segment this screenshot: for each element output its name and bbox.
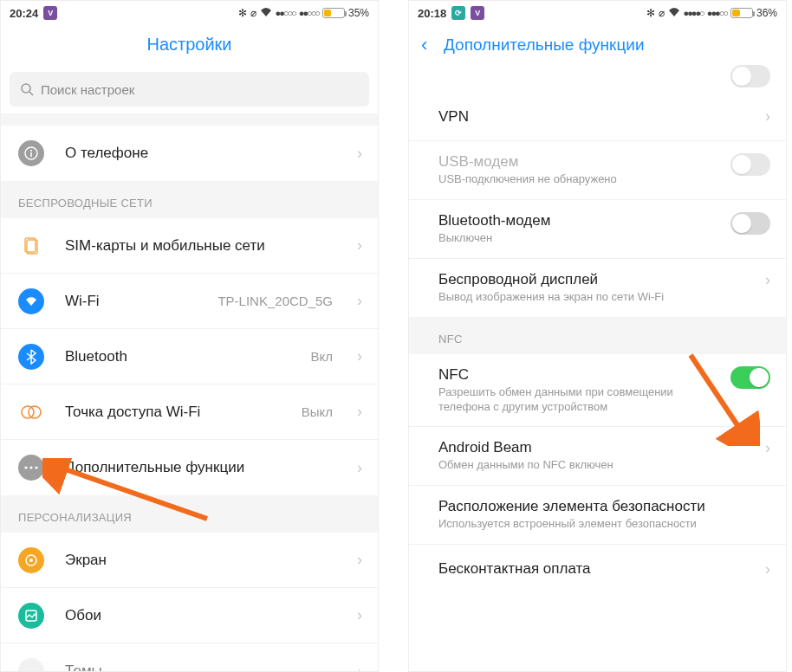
battery-icon bbox=[730, 8, 753, 18]
row-label: Бесконтактная оплата bbox=[438, 560, 744, 578]
themes-icon bbox=[18, 658, 44, 672]
status-time: 20:18 bbox=[418, 7, 446, 20]
chevron-right-icon: › bbox=[765, 560, 770, 578]
usb-modem-toggle[interactable] bbox=[730, 153, 770, 176]
row-label: Точка доступа Wi-Fi bbox=[65, 404, 281, 421]
chevron-right-icon: › bbox=[357, 292, 362, 310]
back-button[interactable]: ‹ bbox=[421, 34, 427, 56]
row-value: Выкл bbox=[302, 404, 333, 419]
vibrate-icon: ⌀ bbox=[659, 7, 665, 19]
svg-point-8 bbox=[29, 406, 41, 418]
wallpaper-icon bbox=[18, 603, 44, 629]
chevron-right-icon: › bbox=[357, 145, 362, 163]
row-label: Wi-Fi bbox=[65, 293, 197, 310]
row-subtitle: USB-подключения не обнаружено bbox=[438, 172, 710, 187]
usb-modem-row[interactable]: USB-модем USB-подключения не обнаружено bbox=[409, 141, 786, 200]
vpn-row[interactable]: VPN › bbox=[409, 93, 786, 141]
search-input[interactable]: Поиск настроек bbox=[10, 72, 369, 107]
wallpaper-row[interactable]: Обои › bbox=[1, 588, 378, 643]
themes-row[interactable]: Темы › bbox=[1, 643, 378, 672]
bluetooth-row[interactable]: Bluetooth Вкл › bbox=[1, 329, 378, 384]
hotspot-icon bbox=[18, 399, 44, 425]
row-label: VPN bbox=[438, 108, 744, 126]
row-label: О телефоне bbox=[65, 145, 336, 162]
additional-functions-screen: 20:18 ⟳ V ✻ ⌀ ●●●●○ ●●●○○ 36% ‹ Дополнит… bbox=[408, 0, 787, 672]
wifi-status-icon bbox=[668, 7, 680, 20]
chevron-right-icon: › bbox=[357, 606, 362, 624]
status-bar: 20:18 ⟳ V ✻ ⌀ ●●●●○ ●●●○○ 36% bbox=[409, 1, 786, 25]
sim-cards-row[interactable]: SIM-карты и мобильные сети › bbox=[1, 218, 378, 274]
svg-rect-4 bbox=[30, 152, 32, 157]
row-label: Беспроводной дисплей bbox=[438, 271, 744, 288]
screen-header: Настройки bbox=[1, 25, 378, 65]
bluetooth-status-icon: ✻ bbox=[238, 7, 247, 19]
app-badge-icon: ⟳ bbox=[451, 6, 465, 20]
display-icon bbox=[18, 547, 44, 573]
row-value: TP-LINK_20CD_5G bbox=[217, 294, 333, 308]
row-value: Вкл bbox=[311, 349, 334, 364]
signal-1-icon: ●●○○○ bbox=[276, 8, 295, 18]
chevron-right-icon: › bbox=[357, 347, 362, 365]
row-subtitle: Выключен bbox=[438, 231, 710, 246]
row-subtitle: Используется встроенный элемент безопасн… bbox=[438, 517, 770, 532]
hotspot-row[interactable]: Точка доступа Wi-Fi Выкл › bbox=[1, 384, 378, 440]
secure-element-row[interactable]: Расположение элемента безопасности Испол… bbox=[409, 486, 786, 545]
bluetooth-modem-row[interactable]: Bluetooth-модем Выключен bbox=[409, 200, 786, 259]
chevron-right-icon: › bbox=[357, 459, 362, 477]
wireless-display-row[interactable]: Беспроводной дисплей Вывод изображения н… bbox=[409, 259, 786, 317]
row-label: Bluetooth-модем bbox=[438, 212, 710, 229]
svg-line-1 bbox=[29, 92, 33, 95]
row-label: Обои bbox=[65, 607, 336, 624]
row-label: SIM-карты и мобильные сети bbox=[65, 237, 336, 255]
more-icon bbox=[18, 455, 44, 481]
additional-functions-row[interactable]: Дополнительные функции › bbox=[1, 440, 378, 495]
sim-icon bbox=[18, 233, 44, 259]
search-placeholder: Поиск настроек bbox=[41, 82, 134, 97]
signal-2-icon: ●●○○○ bbox=[299, 8, 319, 18]
partial-toggle[interactable] bbox=[730, 65, 770, 87]
chevron-right-icon: › bbox=[765, 439, 770, 457]
nfc-row[interactable]: NFC Разрешить обмен данными при совмещен… bbox=[409, 354, 786, 428]
section-wireless-header: БЕСПРОВОДНЫЕ СЕТИ bbox=[1, 181, 378, 218]
battery-text: 35% bbox=[348, 7, 369, 19]
signal-1-icon: ●●●●○ bbox=[684, 8, 704, 18]
about-phone-row[interactable]: О телефоне › bbox=[1, 126, 378, 181]
signal-2-icon: ●●●○○ bbox=[707, 8, 727, 18]
row-subtitle: Обмен данными по NFC включен bbox=[438, 458, 744, 473]
wifi-icon bbox=[18, 288, 44, 314]
chevron-right-icon: › bbox=[357, 662, 362, 673]
chevron-right-icon: › bbox=[357, 551, 362, 569]
display-row[interactable]: Экран › bbox=[1, 533, 378, 588]
chevron-right-icon: › bbox=[357, 403, 362, 421]
row-label: USB-модем bbox=[438, 153, 710, 171]
row-subtitle: Вывод изображения на экран по сети Wi-Fi bbox=[438, 290, 744, 305]
row-label: Расположение элемента безопасности bbox=[438, 498, 770, 515]
wifi-row[interactable]: Wi-Fi TP-LINK_20CD_5G › bbox=[1, 274, 378, 329]
bluetooth-modem-toggle[interactable] bbox=[730, 212, 770, 235]
wifi-status-icon bbox=[260, 7, 272, 20]
battery-icon bbox=[322, 8, 345, 18]
search-icon bbox=[20, 82, 34, 96]
row-subtitle: Разрешить обмен данными при совмещении т… bbox=[438, 385, 710, 415]
svg-point-3 bbox=[30, 150, 32, 152]
android-beam-row[interactable]: Android Beam Обмен данными по NFC включе… bbox=[409, 427, 786, 486]
vibrate-icon: ⌀ bbox=[250, 7, 256, 19]
contactless-payment-row[interactable]: Бесконтактная оплата › bbox=[409, 545, 786, 593]
status-bar: 20:24 V ✻ ⌀ ●●○○○ ●●○○○ 35% bbox=[1, 1, 378, 25]
info-icon bbox=[18, 140, 44, 166]
svg-point-0 bbox=[22, 84, 30, 93]
battery-text: 36% bbox=[756, 7, 777, 19]
nfc-toggle[interactable] bbox=[730, 366, 770, 389]
chevron-right-icon: › bbox=[357, 236, 362, 255]
svg-point-10 bbox=[29, 466, 32, 468]
row-label: Bluetooth bbox=[65, 348, 290, 365]
row-label: NFC bbox=[438, 366, 710, 384]
svg-rect-14 bbox=[26, 611, 36, 621]
row-label: Дополнительные функции bbox=[65, 459, 336, 476]
svg-point-9 bbox=[24, 466, 27, 468]
row-label: Android Beam bbox=[438, 439, 744, 456]
screen-title: Дополнительные функции bbox=[444, 36, 645, 55]
app-badge-icon: V bbox=[471, 6, 484, 20]
svg-point-13 bbox=[29, 559, 33, 562]
bluetooth-status-icon: ✻ bbox=[646, 7, 655, 19]
